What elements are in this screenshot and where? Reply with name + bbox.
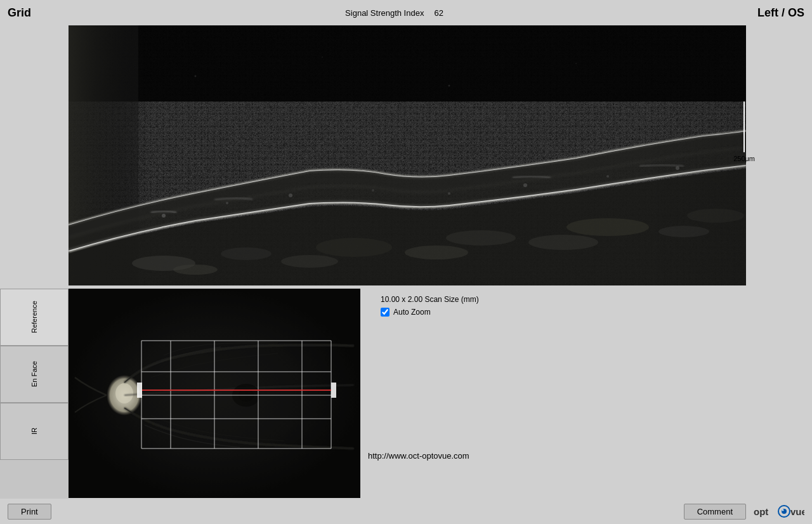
svg-point-13 <box>173 265 218 275</box>
svg-point-20 <box>226 202 228 204</box>
tab-ir[interactable]: IR <box>0 403 69 460</box>
bottom-section: Reference En Face IR <box>0 289 812 499</box>
svg-point-22 <box>372 189 374 192</box>
fundus-image <box>69 289 360 498</box>
svg-point-27 <box>195 75 197 77</box>
oct-scan-image <box>69 25 746 285</box>
svg-point-25 <box>606 175 609 178</box>
website-link: http://www.oct-optovue.com <box>368 451 469 461</box>
svg-point-35 <box>115 383 133 403</box>
svg-point-15 <box>405 246 468 259</box>
signal-strength-label: Signal Strength Index <box>345 8 424 18</box>
svg-text:opt: opt <box>754 506 768 517</box>
header: Grid Signal Strength Index 62 Left / OS <box>0 0 812 25</box>
title-right: Left / OS <box>757 6 804 20</box>
optovue-logo-svg: opt vue <box>754 502 804 520</box>
svg-point-29 <box>449 85 450 87</box>
svg-point-28 <box>322 56 323 58</box>
right-info-panel: 10.00 x 2.00 Scan Size (mm) Auto Zoom <box>368 289 812 323</box>
svg-point-8 <box>221 247 272 260</box>
side-panel-tabs: Reference En Face IR <box>0 289 69 499</box>
svg-point-21 <box>289 193 292 197</box>
tab-reference[interactable]: Reference <box>0 289 69 346</box>
scale-bar-line <box>743 102 745 152</box>
svg-point-14 <box>281 255 338 268</box>
svg-point-30 <box>575 63 577 64</box>
svg-point-11 <box>566 218 649 236</box>
fundus-svg <box>69 289 360 498</box>
svg-point-24 <box>523 183 527 187</box>
scale-bar-label: 250μm <box>733 155 755 162</box>
svg-rect-51 <box>331 383 336 398</box>
tab-en-face[interactable]: En Face <box>0 346 69 403</box>
svg-text:vue: vue <box>790 506 804 517</box>
print-button[interactable]: Print <box>8 504 51 520</box>
footer: Print Comment opt vue <box>0 499 812 524</box>
header-center: Signal Strength Index 62 <box>345 8 443 18</box>
optovue-logo: opt vue <box>754 502 804 520</box>
svg-point-9 <box>316 238 392 257</box>
svg-rect-50 <box>137 383 142 398</box>
scan-size-info: 10.00 x 2.00 Scan Size (mm) <box>381 295 799 304</box>
svg-rect-31 <box>639 25 746 285</box>
signal-strength-value: 62 <box>434 8 443 18</box>
svg-point-23 <box>448 192 450 195</box>
svg-point-16 <box>528 235 598 250</box>
svg-point-10 <box>446 230 516 246</box>
auto-zoom-container: Auto Zoom <box>381 308 799 317</box>
comment-button[interactable]: Comment <box>684 504 746 520</box>
svg-point-19 <box>162 214 166 218</box>
auto-zoom-checkbox[interactable] <box>381 308 390 317</box>
auto-zoom-label: Auto Zoom <box>393 308 431 317</box>
title-left: Grid <box>8 6 31 20</box>
scale-bar: 250μm <box>733 102 755 162</box>
svg-point-55 <box>782 509 784 511</box>
